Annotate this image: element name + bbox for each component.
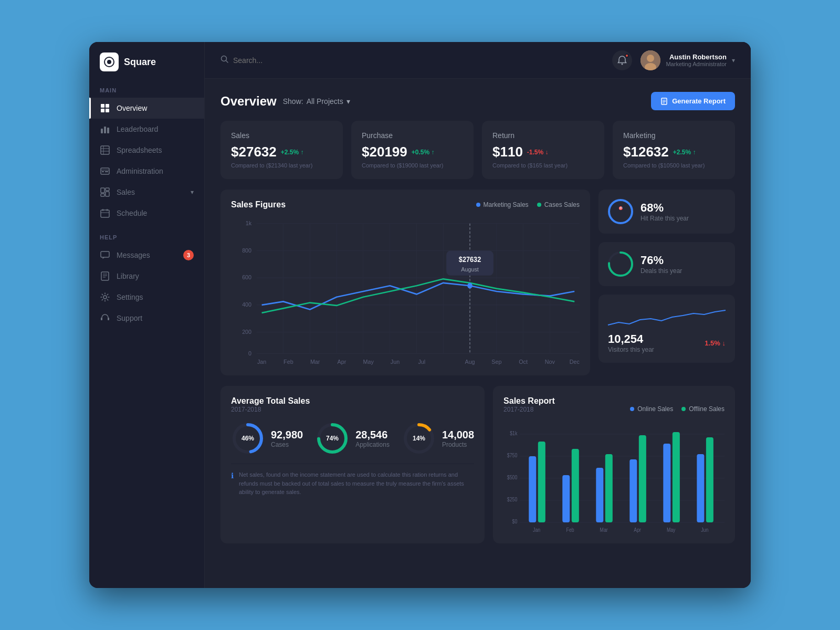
donut-applications: 74% 28,546 Applications xyxy=(316,422,390,455)
search-input[interactable] xyxy=(233,56,338,65)
sidebar: Square MAIN Overview Leaderboard Spre xyxy=(89,42,205,588)
leaderboard-icon xyxy=(100,124,110,134)
svg-text:Nov: Nov xyxy=(545,358,555,365)
nav-section-main: MAIN Overview Leaderboard Spreadsheets xyxy=(89,87,204,224)
donut-products-value: 14,008 xyxy=(442,429,474,441)
svg-text:Aug: Aug xyxy=(465,358,475,365)
svg-rect-3 xyxy=(106,104,109,108)
donut-cases-label: Cases xyxy=(271,441,303,448)
page-title-area: Overview Show: All Projects ▾ xyxy=(220,94,350,109)
sidebar-item-sales[interactable]: Sales ▾ xyxy=(89,182,204,203)
svg-text:600: 600 xyxy=(242,274,251,281)
sales-report-subtitle: 2017-2018 xyxy=(503,406,555,413)
search-icon xyxy=(220,55,229,66)
sidebar-item-spreadsheets[interactable]: Spreadsheets xyxy=(89,140,204,161)
sidebar-item-administration[interactable]: Administration xyxy=(89,161,204,182)
svg-rect-117 xyxy=(697,454,704,522)
svg-text:Jan: Jan xyxy=(533,527,540,533)
sidebar-item-overview[interactable]: Overview xyxy=(89,98,204,119)
support-icon xyxy=(100,313,110,323)
schedule-icon xyxy=(100,208,110,218)
svg-rect-113 xyxy=(629,459,637,522)
sales-icon xyxy=(100,187,110,197)
app-window: Square MAIN Overview Leaderboard Spre xyxy=(89,42,751,588)
svg-text:$500: $500 xyxy=(507,474,517,480)
donut-apps-info: 28,546 Applications xyxy=(355,429,390,448)
svg-rect-8 xyxy=(107,128,109,133)
stat-change-sales: +2.5% ↑ xyxy=(281,149,304,156)
note-text: Net sales, found on the income statement… xyxy=(239,470,474,497)
deals-card: 76% Deals this year xyxy=(598,242,735,286)
svg-text:Mar: Mar xyxy=(310,358,320,365)
stat-label-marketing: Marketing xyxy=(623,131,724,140)
stat-label-sales: Sales xyxy=(231,131,332,140)
svg-point-84 xyxy=(609,200,632,223)
svg-text:Apr: Apr xyxy=(634,527,641,533)
sidebar-item-spreadsheets-label: Spreadsheets xyxy=(117,146,162,154)
sidebar-item-support-label: Support xyxy=(117,314,142,322)
show-chevron-icon: ▾ xyxy=(346,97,350,106)
chart-header: Sales Figures Marketing Sales Cases Sale… xyxy=(231,200,580,209)
stat-compare-marketing: Compared to ($10500 last year) xyxy=(623,162,724,169)
stat-change-return: -1.5% ↓ xyxy=(527,149,549,156)
settings-icon xyxy=(100,292,110,302)
report-title-area: Sales Report 2017-2018 xyxy=(503,396,555,422)
svg-text:Jan: Jan xyxy=(257,358,266,365)
sidebar-item-schedule[interactable]: Schedule xyxy=(89,203,204,224)
spreadsheets-icon xyxy=(100,145,110,155)
sidebar-item-messages-label: Messages xyxy=(117,251,150,259)
generate-report-button[interactable]: Generate Report xyxy=(651,92,735,110)
svg-point-67 xyxy=(467,283,472,289)
sidebar-item-leaderboard-label: Leaderboard xyxy=(117,125,158,133)
visitors-bottom: 10,254 Visitors this year 1.5% ↓ xyxy=(608,332,726,353)
sales-chart-card: Sales Figures Marketing Sales Cases Sale… xyxy=(220,190,590,375)
svg-rect-18 xyxy=(106,188,109,191)
svg-rect-110 xyxy=(572,449,579,522)
stat-label-return: Return xyxy=(492,131,594,140)
messages-badge: 3 xyxy=(183,250,194,260)
svg-text:$0: $0 xyxy=(512,518,518,524)
sidebar-item-messages[interactable]: Messages 3 xyxy=(89,245,204,266)
donut-apps-value: 28,546 xyxy=(355,429,390,441)
sidebar-item-library[interactable]: Library xyxy=(89,266,204,287)
svg-rect-9 xyxy=(101,146,109,154)
sidebar-item-support[interactable]: Support xyxy=(89,308,204,329)
app-name: Square xyxy=(124,57,156,68)
stat-value-purchase: $20199 +0.5% ↑ xyxy=(362,144,463,160)
legend-dot-marketing xyxy=(476,203,480,207)
svg-rect-20 xyxy=(106,192,109,196)
visitors-change: 1.5% ↓ xyxy=(705,339,726,347)
user-dropdown-icon: ▾ xyxy=(732,57,735,64)
svg-line-34 xyxy=(226,60,228,62)
svg-text:800: 800 xyxy=(242,247,251,254)
chart-legend: Marketing Sales Cases Sales xyxy=(476,201,580,208)
visitors-value: 10,254 xyxy=(608,332,654,346)
stat-compare-sales: Compared to ($21340 last year) xyxy=(231,162,332,169)
sidebar-item-overview-label: Overview xyxy=(117,104,147,112)
charts-row: Sales Figures Marketing Sales Cases Sale… xyxy=(220,190,735,375)
sidebar-item-settings[interactable]: Settings xyxy=(89,287,204,308)
stat-value-marketing: $12632 +2.5% ↑ xyxy=(623,144,724,160)
svg-rect-109 xyxy=(562,475,570,522)
svg-rect-21 xyxy=(101,210,109,217)
donut-cases-value: 92,980 xyxy=(271,429,303,441)
svg-rect-2 xyxy=(101,104,104,108)
user-info: Austin Robertson Marketing Administrator xyxy=(666,53,727,67)
main-content: Austin Robertson Marketing Administrator… xyxy=(205,42,751,588)
show-dropdown-button[interactable]: Show: All Projects ▾ xyxy=(283,97,350,106)
show-value: All Projects xyxy=(307,97,343,106)
donut-row: 46% 92,980 Cases 74 xyxy=(231,422,474,455)
info-icon: ℹ xyxy=(231,471,234,480)
legend-cases: Cases Sales xyxy=(537,201,580,208)
svg-text:14%: 14% xyxy=(413,435,425,442)
legend-marketing: Marketing Sales xyxy=(476,201,529,208)
svg-rect-112 xyxy=(605,454,613,522)
user-menu[interactable]: Austin Robertson Marketing Administrator… xyxy=(640,50,735,70)
hit-rate-card: 🎯 68% Hit Rate this year xyxy=(598,190,735,234)
sidebar-item-leaderboard[interactable]: Leaderboard xyxy=(89,119,204,140)
donut-cases: 46% 92,980 Cases xyxy=(231,422,303,455)
notifications-button[interactable] xyxy=(612,50,632,70)
nav-label-main: MAIN xyxy=(89,87,204,98)
svg-rect-108 xyxy=(538,442,545,522)
svg-text:$250: $250 xyxy=(507,496,517,502)
